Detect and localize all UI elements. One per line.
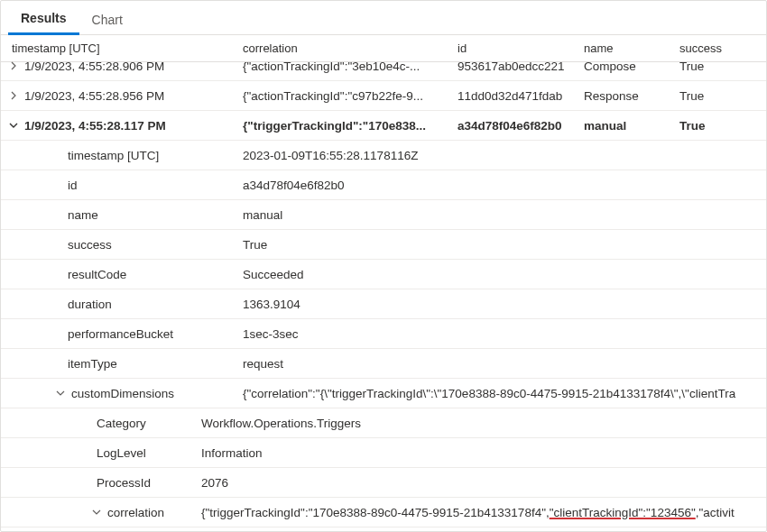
highlighted-client-tracking-id: "clientTrackingId":"123456" bbox=[550, 506, 696, 519]
chevron-right-icon[interactable] bbox=[8, 90, 19, 101]
cell-timestamp: 1/9/2023, 4:55:28.117 PM bbox=[24, 119, 166, 133]
detail-row: itemType request bbox=[1, 349, 766, 379]
detail-label: timestamp [UTC] bbox=[1, 149, 236, 162]
detail-panel: timestamp [UTC] 2023-01-09T16:55:28.1178… bbox=[1, 141, 766, 527]
chevron-right-icon[interactable] bbox=[8, 60, 19, 71]
detail-label: ProcessId bbox=[1, 476, 198, 490]
table-row[interactable]: 1/9/2023, 4:55:28.956 PM {"actionTrackin… bbox=[1, 81, 766, 111]
detail-row: Category Workflow.Operations.Triggers bbox=[1, 408, 766, 438]
detail-value: 1sec-3sec bbox=[236, 327, 766, 341]
detail-row: ProcessId 2076 bbox=[1, 468, 766, 498]
cell-success: True bbox=[672, 119, 753, 133]
detail-value: request bbox=[236, 357, 766, 371]
chevron-down-icon[interactable] bbox=[91, 507, 102, 518]
cell-success: True bbox=[672, 89, 753, 103]
cell-id: 953617ab0edcc221 bbox=[450, 60, 577, 73]
detail-value: {"correlation":"{\"triggerTrackingId\":\… bbox=[236, 387, 766, 400]
detail-row-customdimensions[interactable]: customDimensions {"correlation":"{\"trig… bbox=[1, 379, 766, 408]
detail-row: timestamp [UTC] 2023-01-09T16:55:28.1178… bbox=[1, 141, 766, 170]
col-id[interactable]: id bbox=[450, 41, 577, 55]
detail-value: Information bbox=[198, 446, 766, 460]
detail-label: LogLevel bbox=[1, 446, 198, 460]
col-timestamp[interactable]: timestamp [UTC] bbox=[1, 41, 236, 55]
tab-chart[interactable]: Chart bbox=[79, 5, 135, 34]
detail-row-correlation[interactable]: correlation {"triggerTrackingId":"170e83… bbox=[1, 498, 766, 527]
cell-success: True bbox=[672, 60, 753, 73]
detail-row: duration 1363.9104 bbox=[1, 289, 766, 319]
detail-value: 2023-01-09T16:55:28.1178116Z bbox=[236, 149, 766, 162]
chevron-down-icon[interactable] bbox=[55, 388, 66, 399]
detail-label: correlation bbox=[1, 506, 198, 519]
detail-row: name manual bbox=[1, 200, 766, 230]
detail-label: performanceBucket bbox=[1, 327, 236, 341]
detail-label: name bbox=[1, 208, 236, 222]
cell-correlation: {"actionTrackingId":"3eb10e4c-... bbox=[236, 60, 450, 73]
cell-id: a34d78f04e6f82b0 bbox=[450, 119, 577, 133]
detail-label: Category bbox=[1, 417, 198, 430]
col-correlation[interactable]: correlation bbox=[236, 41, 450, 55]
cell-timestamp: 1/9/2023, 4:55:28.956 PM bbox=[24, 89, 164, 103]
cell-correlation: {"actionTrackingId":"c97b22fe-9... bbox=[236, 89, 450, 103]
detail-label: resultCode bbox=[1, 268, 236, 281]
cell-id: 11dd0d32d471fdab bbox=[450, 89, 577, 103]
cell-name: Compose bbox=[577, 60, 672, 73]
detail-value: manual bbox=[236, 208, 766, 222]
detail-label: customDimensions bbox=[1, 387, 236, 400]
detail-row: resultCode Succeeded bbox=[1, 260, 766, 289]
cell-timestamp: 1/9/2023, 4:55:28.906 PM bbox=[24, 60, 164, 73]
detail-label: itemType bbox=[1, 357, 236, 371]
detail-label: id bbox=[1, 179, 236, 192]
cell-correlation: {"triggerTrackingId":"170e838... bbox=[236, 119, 450, 133]
col-name[interactable]: name bbox=[577, 41, 672, 55]
cell-name: Response bbox=[577, 89, 672, 103]
table-row-expanded[interactable]: 1/9/2023, 4:55:28.117 PM {"triggerTracki… bbox=[1, 111, 766, 141]
detail-row: id a34d78f04e6f82b0 bbox=[1, 170, 766, 200]
tab-results[interactable]: Results bbox=[8, 4, 79, 35]
col-success[interactable]: success bbox=[672, 41, 753, 55]
detail-value: 2076 bbox=[198, 476, 766, 490]
table-row[interactable]: 1/9/2023, 4:55:28.906 PM {"actionTrackin… bbox=[1, 51, 766, 81]
chevron-down-icon[interactable] bbox=[8, 120, 19, 131]
cell-name: manual bbox=[577, 119, 672, 133]
detail-row: performanceBucket 1sec-3sec bbox=[1, 319, 766, 349]
detail-label: duration bbox=[1, 298, 236, 311]
detail-value: Workflow.Operations.Triggers bbox=[198, 417, 766, 430]
detail-value-correlation: {"triggerTrackingId":"170e8388-89c0-4475… bbox=[198, 506, 766, 519]
detail-value: True bbox=[236, 238, 766, 252]
tabs: Results Chart bbox=[1, 1, 766, 35]
detail-value: a34d78f04e6f82b0 bbox=[236, 179, 766, 192]
detail-row: LogLevel Information bbox=[1, 438, 766, 468]
detail-row: success True bbox=[1, 230, 766, 260]
detail-label: success bbox=[1, 238, 236, 252]
detail-value: Succeeded bbox=[236, 268, 766, 281]
detail-value: 1363.9104 bbox=[236, 298, 766, 311]
